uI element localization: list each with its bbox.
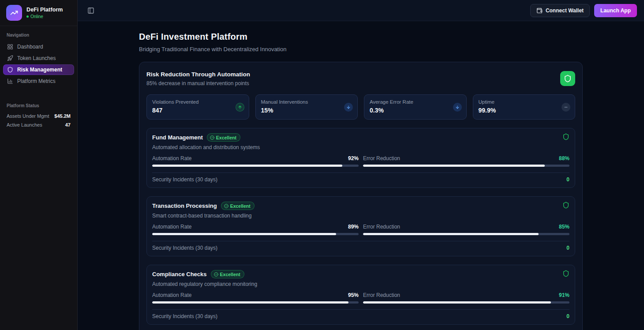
progress-bar-fill [152,301,348,304]
stat-label: Average Error Rate [370,99,461,105]
topbar: Connect Wallet Launch App [78,0,644,21]
status-badge: Excellent [211,270,244,278]
category-card-fund-management: Fund Management Excellent Automated allo… [146,128,575,188]
shield-icon [564,75,572,82]
progress-bar-fill [363,301,551,304]
incidents-label: Security Incidents (30 days) [152,313,217,319]
shield-icon [562,202,569,209]
category-title: Fund Management [152,134,203,141]
category-title-row: Fund Management Excellent [152,133,569,142]
page-subtitle: Bridging Traditional Finance with Decent… [139,46,583,52]
category-description: Smart contract-based transaction handlin… [152,213,569,219]
progress-bar [152,301,359,304]
progress-bar-fill [363,233,539,235]
status-value: 47 [65,122,71,128]
automation-rate-metric: Automation Rate 95% [152,292,359,304]
category-card-compliance-checks: Compliance Checks Excellent Automated re… [146,265,575,325]
progress-bar-fill [152,233,336,235]
sidebar-item-dashboard[interactable]: Dashboard [3,41,74,52]
progress-bar-fill [363,165,545,167]
status-row-active-launches: Active Launches 47 [0,120,77,129]
sidebar-toggle-button[interactable] [85,4,97,17]
metric-value: 85% [559,224,569,230]
connect-wallet-label: Connect Wallet [546,8,584,14]
category-title: Transaction Processing [152,202,217,209]
metric-value: 92% [348,155,359,161]
arrow-down-icon [344,103,353,112]
incidents-value: 0 [566,313,569,319]
stat-manual-interventions: Manual Interventions 15% [255,94,358,120]
status-section-label: Platform Status [0,103,77,108]
shield-badge [560,71,575,86]
wallet-icon [536,8,543,14]
status-label: Active Launches [7,122,42,128]
shield-icon [562,133,569,140]
metric-label: Automation Rate [152,224,191,230]
main-scroll-area[interactable]: DeFi Investment Platform Bridging Tradit… [78,21,644,330]
security-incidents-row: Security Incidents (30 days) 0 [152,241,569,252]
stat-value: 15% [261,107,352,114]
app-title: DeFi Platform [26,7,63,13]
shield-icon [7,67,13,73]
check-circle-icon [214,272,218,277]
status-badge: Excellent [207,133,240,142]
sidebar-item-platform-metrics[interactable]: Platform Metrics [3,76,74,86]
risk-reduction-card: Risk Reduction Through Automation 85% de… [139,62,583,330]
metric-label: Error Reduction [363,155,400,161]
automation-rate-metric: Automation Rate 89% [152,224,359,235]
app-root: DeFi Platform Online Navigation Dashboar… [0,0,644,330]
status-badge-label: Excellent [220,272,240,277]
category-description: Automated regulatory compliance monitori… [152,281,569,287]
risk-card-heading-block: Risk Reduction Through Automation 85% de… [146,71,250,86]
metric-value: 88% [559,155,569,161]
category-metrics: Automation Rate 89% Error Reduction 85% [152,224,569,235]
progress-bar [363,233,569,235]
online-dot-icon [26,15,29,18]
incidents-label: Security Incidents (30 days) [152,176,217,183]
category-metrics: Automation Rate 92% Error Reduction 88% [152,155,569,167]
online-status: Online [26,14,63,19]
metric-label: Error Reduction [363,224,400,230]
category-title-row: Compliance Checks Excellent [152,270,569,278]
metric-value: 95% [348,292,359,298]
launch-app-button[interactable]: Launch App [594,4,637,17]
stat-label: Manual Interventions [261,99,352,105]
category-title: Compliance Checks [152,271,207,278]
connect-wallet-button[interactable]: Connect Wallet [530,4,590,17]
sidebar-item-token-launches[interactable]: Token Launches [3,53,74,64]
sidebar-item-risk-management[interactable]: Risk Management [3,64,74,75]
progress-bar [363,165,569,167]
metric-label: Automation Rate [152,155,191,161]
risk-card-subtitle: 85% decrease in manual intervention poin… [146,80,250,86]
error-reduction-metric: Error Reduction 85% [363,224,569,235]
stats-grid: Violations Prevented 847 Manual Interven… [146,94,575,120]
logo-text-block: DeFi Platform Online [26,7,63,19]
page-title: DeFi Investment Platform [139,32,583,42]
stat-value: 847 [152,107,243,114]
app-logo [6,5,22,21]
metric-value: 89% [348,224,359,230]
panel-left-icon [87,7,94,14]
category-metrics: Automation Rate 95% Error Reduction 91% [152,292,569,304]
error-reduction-metric: Error Reduction 88% [363,155,569,167]
online-label: Online [30,14,43,19]
arrow-down-icon [453,103,462,112]
bar-chart-icon [7,78,13,84]
stat-value: 0.3% [370,107,461,114]
shield-icon [562,270,569,277]
nav-section-label: Navigation [0,33,77,38]
stat-average-error-rate: Average Error Rate 0.3% [364,94,467,120]
security-incidents-row: Security Incidents (30 days) 0 [152,172,569,184]
platform-status-section: Platform Status Assets Under Mgmt $45.2M… [0,97,77,129]
category-description: Automated allocation and distribution sy… [152,144,569,150]
status-row-aum: Assets Under Mgmt $45.2M [0,112,77,120]
metric-label: Automation Rate [152,292,191,298]
trending-up-icon [10,9,18,17]
check-circle-icon [210,135,214,140]
error-reduction-metric: Error Reduction 91% [363,292,569,304]
page-content: DeFi Investment Platform Bridging Tradit… [139,21,583,330]
metric-value: 91% [559,292,569,298]
metric-label: Error Reduction [363,292,400,298]
grid-icon [7,44,13,50]
sidebar-item-label: Platform Metrics [17,78,56,84]
